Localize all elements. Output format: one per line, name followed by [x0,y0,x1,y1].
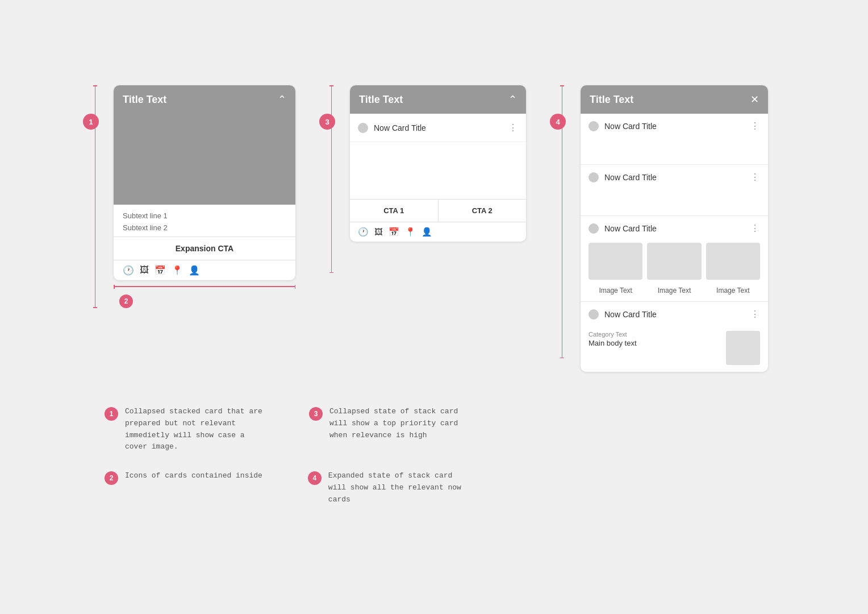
calendar-icon-2: 📅 [389,227,399,237]
legend-badge-3: 3 [309,407,323,421]
subtext-line-1: Subtext line 1 [123,210,286,222]
exp-section-4: Now Card Title ⋮ Category Text Main body… [581,302,768,372]
card-3-box: Title Text ✕ Now Card Title ⋮ [581,85,768,372]
now-card-text-2: Now Card Title [374,123,508,132]
exp-section-2: Now Card Title ⋮ [581,165,768,216]
legend-item-3: 3 Collapsed state of stack card will sho… [309,406,468,453]
legend-item-1: 1 Collapsed stacked card that are prepar… [105,406,264,453]
legend-badge-2: 2 [105,471,118,485]
legend-item-2: 2 Icons of cards contained inside [105,470,262,505]
card-3-title: Title Text [590,94,633,106]
card-1-icons-row: 🕐 🖼 📅 📍 👤 [114,260,295,280]
exp-last-section: Category Text Main body text [581,324,768,372]
image-thumb-3 [706,243,760,280]
diagrams-row: 1 Title Text ⌃ Subtext line 1 Subte [105,85,763,372]
main-canvas: 1 Title Text ⌃ Subtext line 1 Subte [59,51,809,563]
image-label-2: Image Text [647,287,701,294]
image-thumb-1 [589,243,642,280]
now-card-row-2: Now Card Title ⋮ [350,114,526,142]
row4-menu-icon[interactable]: ⋮ [750,309,760,320]
legend-text-3: Collapsed state of stack card will show … [329,406,468,441]
legend-badge-4: 4 [308,471,322,485]
diagram-3: 4 Title Text ✕ Now Card [571,85,768,372]
row1-menu-icon[interactable]: ⋮ [750,121,760,131]
row1-circle [589,121,599,131]
person-icon-2: 👤 [422,227,432,237]
card-1-header: Title Text ⌃ [114,85,295,114]
row2-title: Now Card Title [604,173,750,182]
row3-circle [589,223,599,234]
card-2-title: Title Text [359,94,403,106]
exp-row-2: Now Card Title ⋮ [581,165,768,187]
badge-2: 2 [119,294,133,308]
card-2-box: Title Text ⌃ Now Card Title ⋮ CTA 1 CTA … [350,85,526,242]
card-1-image [114,114,295,205]
pin-icon-2: 📍 [405,227,416,237]
legend-item-4: 4 Expanded state of stack card will show… [308,470,467,505]
card-1-box: Title Text ⌃ Subtext line 1 Subtext line… [114,85,295,280]
exp-last-text: Category Text Main body text [589,331,720,347]
now-card-menu-icon[interactable]: ⋮ [508,122,518,133]
legend-text-1: Collapsed stacked card that are prepared… [125,406,264,453]
card-1-title: Title Text [123,94,166,106]
image-label-3: Image Text [706,287,760,294]
diagram-1: 1 Title Text ⌃ Subtext line 1 Subte [105,85,295,308]
exp-section-3: Now Card Title ⋮ Image Text Image Text I… [581,216,768,302]
card-1-cta[interactable]: Expansion CTA [114,237,295,260]
clock-icon-2: 🕐 [358,227,369,237]
image-label-1: Image Text [589,287,642,294]
calendar-icon: 📅 [155,265,166,276]
row2-circle [589,172,599,182]
card-2-chevron-icon: ⌃ [508,93,517,106]
card-3-close-icon[interactable]: ✕ [750,93,759,106]
body-text: Main body text [589,339,720,347]
exp-row-3: Now Card Title ⋮ [581,216,768,238]
cta-2-button[interactable]: CTA 2 [439,200,527,222]
person-icon: 👤 [189,265,200,276]
stack-icons-row: 🕐 🖼 📅 📍 👤 [350,222,526,242]
card-1-chevron-icon: ⌃ [278,93,286,106]
row1-title: Now Card Title [604,122,750,131]
photo-icon: 🖼 [140,265,149,275]
photo-icon-2: 🖼 [374,227,383,237]
diagram-2: 3 Title Text ⌃ Now Card Title ⋮ [341,85,526,242]
clock-icon: 🕐 [123,265,134,276]
image-row [581,238,768,284]
row2-menu-icon[interactable]: ⋮ [750,172,760,182]
exp-last-thumb [726,331,760,365]
legend-badge-1: 1 [105,407,118,421]
card-1-subtext: Subtext line 1 Subtext line 2 [114,205,295,237]
exp-row-4: Now Card Title ⋮ [581,302,768,324]
exp-section-1: Now Card Title ⋮ [581,114,768,165]
row3-title: Now Card Title [604,224,750,233]
legend-row: 1 Collapsed stacked card that are prepar… [105,406,763,453]
row4-circle [589,309,599,320]
legend-text-4: Expanded state of stack card will show a… [328,470,467,505]
card-2-header: Title Text ⌃ [350,85,526,114]
category-text: Category Text [589,331,720,338]
legend-row-2: 2 Icons of cards contained inside 4 Expa… [105,470,763,505]
cta-1-button[interactable]: CTA 1 [350,200,439,222]
row3-menu-icon[interactable]: ⋮ [750,223,760,234]
legend-text-2: Icons of cards contained inside [125,470,262,482]
cta-row: CTA 1 CTA 2 [350,199,526,222]
subtext-line-2: Subtext line 2 [123,222,286,234]
exp-row-1: Now Card Title ⋮ [581,114,768,136]
now-card-circle [358,123,368,133]
card-3-header: Title Text ✕ [581,85,768,114]
now-card-content [350,142,526,199]
image-thumb-2 [647,243,701,280]
row4-title: Now Card Title [604,310,750,319]
image-labels-row: Image Text Image Text Image Text [581,284,768,301]
pin-icon: 📍 [172,265,183,276]
